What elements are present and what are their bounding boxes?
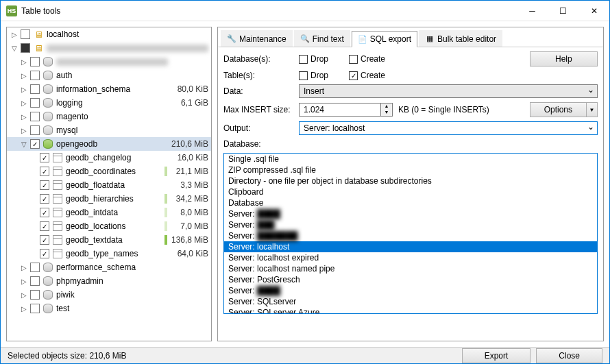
tree-table[interactable]: geodb_textdata136,8 MiB bbox=[7, 233, 211, 247]
tree-label: auth bbox=[56, 71, 168, 80]
tree-label: phpmyadmin bbox=[56, 276, 208, 286]
titlebar: HS Table tools ─ ☐ ✕ bbox=[1, 1, 609, 21]
tree-table[interactable]: geodb_locations7,0 MiB bbox=[7, 219, 211, 233]
table-checkbox[interactable] bbox=[40, 167, 49, 176]
tree-table[interactable]: geodb_type_names64,0 KiB bbox=[7, 247, 211, 260]
close-dialog-button[interactable]: Close bbox=[536, 348, 602, 363]
table-drop-check[interactable]: Drop bbox=[299, 71, 328, 80]
caret-icon[interactable]: ▷ bbox=[19, 113, 29, 121]
db-checkbox[interactable] bbox=[30, 71, 40, 80]
tree-db-opengeodb[interactable]: ▽ opengeodb 210,6 MiB bbox=[7, 137, 211, 151]
caret-icon[interactable]: ▽ bbox=[10, 45, 19, 52]
tree-db[interactable]: ▷performance_schema bbox=[7, 260, 211, 274]
db-drop-check[interactable]: Drop bbox=[299, 54, 328, 64]
minimize-button[interactable]: ─ bbox=[517, 1, 548, 21]
db-checkbox[interactable] bbox=[30, 112, 40, 121]
caret-icon[interactable]: ▷ bbox=[19, 58, 29, 66]
data-combo[interactable]: Insert bbox=[299, 84, 598, 98]
object-tree[interactable]: ▷ 🖥 localhost ▽ 🖥 ▷▷auth▷information_sch… bbox=[6, 27, 212, 341]
tab-bulk-editor[interactable]: ▦Bulk table editor bbox=[419, 30, 502, 47]
table-checkbox[interactable] bbox=[40, 221, 49, 231]
dropdown-item[interactable]: ZIP compressed .sql file bbox=[224, 165, 597, 175]
tree-db[interactable]: ▷logging6,1 GiB bbox=[7, 96, 211, 110]
db-checkbox[interactable] bbox=[30, 125, 40, 135]
dropdown-item[interactable]: Single .sql file bbox=[224, 154, 597, 165]
db-checkbox[interactable] bbox=[30, 139, 40, 149]
table-create-check[interactable]: Create bbox=[349, 71, 385, 80]
tree-db[interactable]: ▷mysql bbox=[7, 123, 211, 137]
spinner-buttons[interactable]: ▲▼ bbox=[381, 103, 393, 117]
options-button[interactable]: Options bbox=[530, 102, 587, 117]
caret-icon[interactable]: ▷ bbox=[19, 72, 29, 80]
tree-table[interactable]: geodb_coordinates21,1 MiB bbox=[7, 165, 211, 178]
max-insert-input[interactable]: 1.024 bbox=[299, 103, 381, 117]
dropdown-item[interactable]: Clipboard bbox=[224, 186, 597, 197]
db-checkbox[interactable] bbox=[30, 263, 40, 272]
tree-db[interactable]: ▷magento bbox=[7, 110, 211, 123]
table-checkbox[interactable] bbox=[40, 153, 49, 162]
tab-find[interactable]: 🔍Find text bbox=[294, 30, 350, 47]
tree-db[interactable]: ▷auth bbox=[7, 69, 211, 82]
tree-table[interactable]: geodb_hierarchies34,2 MiB bbox=[7, 192, 211, 206]
tree-size: 136,8 MiB bbox=[171, 235, 208, 245]
output-combo[interactable]: Server: localhost bbox=[299, 121, 598, 135]
db-checkbox[interactable] bbox=[30, 84, 40, 94]
tree-db[interactable]: ▷phpmyadmin bbox=[7, 274, 211, 288]
table-checkbox[interactable] bbox=[40, 235, 49, 245]
table-checkbox[interactable] bbox=[40, 180, 49, 190]
dropdown-item[interactable]: Directory - one file per object in datab… bbox=[224, 175, 597, 186]
dropdown-item[interactable]: Server: ████ bbox=[224, 208, 597, 219]
db-checkbox[interactable] bbox=[30, 290, 40, 300]
export-icon: 📄 bbox=[358, 34, 367, 44]
caret-icon[interactable]: ▷ bbox=[19, 127, 29, 134]
dropdown-item[interactable]: Server: PostGresch bbox=[224, 274, 597, 285]
dropdown-item[interactable]: Server: SQLserver Azure bbox=[224, 307, 597, 314]
db-create-check[interactable]: Create bbox=[349, 54, 385, 64]
host-checkbox[interactable] bbox=[21, 43, 30, 53]
caret-icon[interactable]: ▷ bbox=[19, 86, 29, 93]
tree-table[interactable]: geodb_floatdata3,3 MiB bbox=[7, 178, 211, 192]
caret-icon[interactable]: ▽ bbox=[19, 141, 29, 148]
caret-icon[interactable]: ▷ bbox=[19, 278, 29, 285]
db-checkbox[interactable] bbox=[30, 57, 40, 66]
table-checkbox[interactable] bbox=[40, 249, 49, 258]
dropdown-item[interactable]: Server: ███████ bbox=[224, 230, 597, 241]
tree-db[interactable]: ▷information_schema80,0 KiB bbox=[7, 82, 211, 96]
tree-label: test bbox=[56, 304, 208, 313]
table-checkbox[interactable] bbox=[40, 194, 49, 204]
tree-db[interactable]: ▷test bbox=[7, 302, 211, 315]
caret-icon[interactable]: ▷ bbox=[10, 31, 19, 38]
db-checkbox[interactable] bbox=[30, 304, 40, 313]
caret-icon[interactable]: ▷ bbox=[19, 264, 29, 271]
export-button[interactable]: Export bbox=[462, 348, 531, 363]
dropdown-item[interactable]: Server: localhost named pipe bbox=[224, 263, 597, 274]
tree-host-localhost[interactable]: ▷ 🖥 localhost bbox=[7, 27, 211, 41]
tree-table[interactable]: geodb_intdata8,0 MiB bbox=[7, 206, 211, 219]
dropdown-item[interactable]: Server: ███ bbox=[224, 219, 597, 230]
db-checkbox[interactable] bbox=[30, 98, 40, 108]
tree-db[interactable]: ▷piwik bbox=[7, 288, 211, 302]
db-checkbox[interactable] bbox=[30, 276, 40, 286]
dropdown-item[interactable]: Server: SQLserver bbox=[224, 296, 597, 307]
caret-icon[interactable]: ▷ bbox=[19, 291, 29, 299]
dropdown-item[interactable]: Server: ████ bbox=[224, 285, 597, 296]
tab-maintenance[interactable]: 🔧Maintenance bbox=[221, 30, 293, 47]
dropdown-item[interactable]: Database bbox=[224, 197, 597, 208]
tree-table[interactable]: geodb_changelog16,0 KiB bbox=[7, 151, 211, 165]
tab-label: Find text bbox=[313, 34, 344, 44]
host-checkbox[interactable] bbox=[21, 29, 30, 39]
caret-icon[interactable]: ▷ bbox=[19, 99, 29, 107]
dropdown-item[interactable]: Server: localhost expired bbox=[224, 252, 597, 263]
tree-db[interactable]: ▷ bbox=[7, 55, 211, 69]
dropdown-item[interactable]: Server: localhost bbox=[224, 241, 597, 252]
tree-host-active[interactable]: ▽ 🖥 bbox=[7, 41, 211, 55]
help-button[interactable]: Help bbox=[530, 51, 598, 66]
options-dropdown-button[interactable]: ▼ bbox=[587, 102, 598, 117]
output-dropdown-list[interactable]: Single .sql fileZIP compressed .sql file… bbox=[223, 153, 598, 314]
table-checkbox[interactable] bbox=[40, 208, 49, 217]
maximize-button[interactable]: ☐ bbox=[548, 1, 578, 21]
caret-icon[interactable]: ▷ bbox=[19, 305, 29, 313]
close-button[interactable]: ✕ bbox=[578, 1, 609, 21]
tree-label: opengeodb bbox=[56, 139, 168, 149]
tab-sql-export[interactable]: 📄SQL export bbox=[352, 31, 417, 47]
